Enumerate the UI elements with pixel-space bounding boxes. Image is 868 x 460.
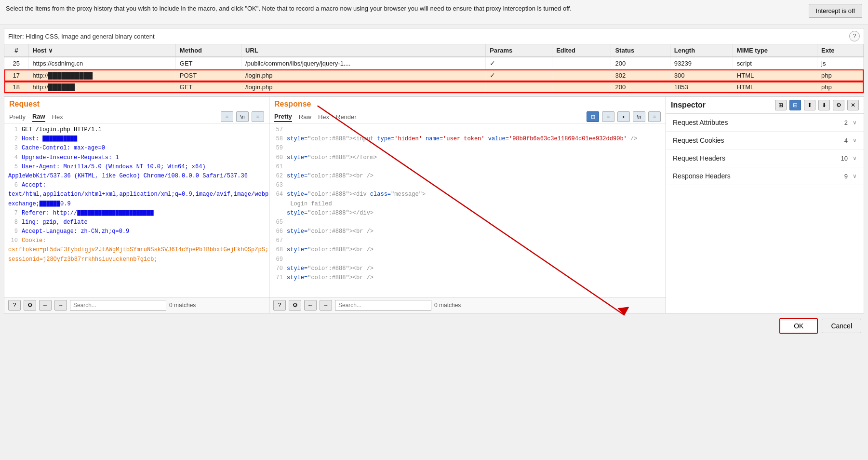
response-line: 61 bbox=[273, 162, 662, 172]
response-tab-icons: ⊞ ≡ ▪ \n ≡ bbox=[587, 111, 661, 122]
intercept-button[interactable]: Intercept is off bbox=[809, 4, 862, 18]
col-host[interactable]: Host ∨ bbox=[28, 44, 175, 57]
col-edited[interactable]: Edited bbox=[552, 44, 611, 57]
resp-forward-btn[interactable]: → bbox=[320, 300, 332, 311]
response-line: 65 bbox=[273, 218, 662, 227]
resp-icon-wrap[interactable]: ≡ bbox=[648, 111, 661, 122]
table-cell: ✓ bbox=[486, 57, 552, 69]
col-hash[interactable]: # bbox=[4, 44, 28, 57]
resp-settings-btn[interactable]: ⚙ bbox=[289, 300, 301, 311]
resp-help-btn[interactable]: ? bbox=[273, 300, 286, 311]
table-cell: 300 bbox=[670, 69, 733, 81]
inspector-align-up-btn[interactable]: ⬆ bbox=[804, 100, 815, 110]
col-params[interactable]: Params bbox=[486, 44, 552, 57]
inspector-content: Request Attributes2∨Request Cookies4∨Req… bbox=[666, 114, 864, 313]
table-cell: 1853 bbox=[670, 81, 733, 93]
request-line: 9Accept-Language: zh-CN,zh;q=0.9 bbox=[8, 227, 265, 236]
table-cell: https://csdnimg.cn bbox=[28, 57, 175, 69]
req-back-btn[interactable]: ← bbox=[39, 300, 52, 311]
req-icon-indent[interactable]: \n bbox=[236, 111, 249, 122]
inspector-header: Inspector ⊞ ⊟ ⬆ ⬇ ⚙ ✕ bbox=[666, 97, 864, 114]
inspector-section-label: Request Cookies bbox=[673, 136, 844, 144]
table-cell: 93239 bbox=[670, 57, 733, 69]
instruction-text: Select the items from the proxy history … bbox=[6, 4, 572, 14]
table-row[interactable]: 25https://csdnimg.cnGET/public/common/li… bbox=[4, 57, 864, 69]
resp-icon-list[interactable]: ≡ bbox=[602, 111, 614, 122]
req-forward-btn[interactable]: → bbox=[54, 300, 67, 311]
request-content: 1GET /login.php HTTP/1.12Host: █████████… bbox=[4, 123, 269, 297]
table-row[interactable]: 17http://██████████POST/login.php✓302300… bbox=[4, 69, 864, 81]
table-cell bbox=[552, 69, 611, 81]
table-cell: 200 bbox=[611, 81, 670, 93]
resp-icon-indent[interactable]: \n bbox=[633, 111, 645, 122]
top-bar: Select the items from the proxy history … bbox=[0, 0, 868, 25]
req-help-btn[interactable]: ? bbox=[8, 300, 21, 311]
inspector-section-label: Request Attributes bbox=[673, 119, 844, 126]
tab-request-raw[interactable]: Raw bbox=[32, 112, 45, 122]
inspector-section-row[interactable]: Request Attributes2∨ bbox=[666, 114, 864, 132]
col-mime[interactable]: MIME type bbox=[733, 44, 817, 57]
req-settings-btn[interactable]: ⚙ bbox=[24, 300, 36, 311]
inspector-align-down-btn[interactable]: ⬇ bbox=[818, 100, 830, 110]
response-line: style="color:#888"></div> bbox=[273, 209, 662, 218]
req-search-input[interactable] bbox=[70, 300, 166, 311]
response-line: 58style="color:#888"><input type='hidden… bbox=[273, 135, 662, 144]
chevron-down-icon: ∨ bbox=[853, 173, 857, 179]
resp-icon-grid[interactable]: ⊞ bbox=[587, 111, 599, 122]
help-icon: ? bbox=[853, 33, 856, 40]
response-line: 64style="color:#888"><div class="message… bbox=[273, 190, 662, 199]
response-content: 5758style="color:#888"><input type='hidd… bbox=[269, 123, 666, 297]
col-ext[interactable]: Exte bbox=[817, 44, 864, 57]
inspector-settings-btn[interactable]: ⚙ bbox=[833, 100, 844, 110]
resp-back-btn[interactable]: ← bbox=[304, 300, 317, 311]
table-cell: ✓ bbox=[486, 69, 552, 81]
tab-response-pretty[interactable]: Pretty bbox=[274, 112, 292, 122]
filter-help-button[interactable]: ? bbox=[849, 31, 860, 41]
tab-request-pretty[interactable]: Pretty bbox=[9, 112, 26, 122]
inspector-section-label: Response Headers bbox=[673, 172, 844, 180]
inspector-section-row[interactable]: Request Cookies4∨ bbox=[666, 132, 864, 149]
col-status[interactable]: Status bbox=[611, 44, 670, 57]
table-row[interactable]: 18http://██████GET/login.php2001853HTMLp… bbox=[4, 81, 864, 93]
inspector-section-count: 4 bbox=[844, 137, 848, 144]
filter-text: Filter: Hiding CSS, image and general bi… bbox=[8, 33, 849, 40]
table-cell bbox=[552, 57, 611, 69]
col-method[interactable]: Method bbox=[175, 44, 241, 57]
tab-response-hex[interactable]: Hex bbox=[318, 112, 329, 122]
inspector-close-btn[interactable]: ✕ bbox=[847, 100, 859, 110]
tab-response-raw[interactable]: Raw bbox=[299, 112, 311, 122]
inspector-section-count: 10 bbox=[841, 155, 848, 162]
inspector-grid-btn[interactable]: ⊞ bbox=[775, 100, 787, 110]
inspector-section-count: 2 bbox=[844, 119, 848, 126]
table-cell: /public/common/libs/jquery/jquery-1.... bbox=[241, 57, 486, 69]
resp-search-input[interactable] bbox=[335, 300, 431, 311]
req-icon-list[interactable]: ≡ bbox=[221, 111, 233, 122]
table-cell: POST bbox=[175, 69, 241, 81]
table-cell bbox=[552, 81, 611, 93]
ok-button[interactable]: OK bbox=[779, 318, 818, 334]
col-url[interactable]: URL bbox=[241, 44, 486, 57]
cancel-button[interactable]: Cancel bbox=[822, 319, 861, 333]
resp-icon-compact[interactable]: ▪ bbox=[617, 111, 630, 122]
chevron-down-icon: ∨ bbox=[853, 155, 857, 162]
inspector-list-btn[interactable]: ⊟ bbox=[789, 100, 801, 110]
response-line: 62style="color:#888"><br /> bbox=[273, 172, 662, 181]
inspector-section-row[interactable]: Response Headers9∨ bbox=[666, 167, 864, 185]
request-line: 6Accept: text/html,application/xhtml+xml… bbox=[8, 181, 265, 209]
col-length[interactable]: Length bbox=[670, 44, 733, 57]
table-cell: php bbox=[817, 81, 864, 93]
req-icon-wrap[interactable]: ≡ bbox=[252, 111, 264, 122]
inspector-section-row[interactable]: Request Headers10∨ bbox=[666, 149, 864, 167]
inspector-panel: Inspector ⊞ ⊟ ⬆ ⬇ ⚙ ✕ Request Attributes… bbox=[666, 97, 864, 313]
chevron-down-icon: ∨ bbox=[853, 119, 857, 126]
table-scroll-area[interactable]: # Host ∨ Method URL Params Edited Status… bbox=[4, 44, 864, 93]
chevron-down-icon: ∨ bbox=[853, 137, 857, 144]
response-toolbar: ? ⚙ ← → 0 matches bbox=[269, 297, 666, 313]
table-cell: 302 bbox=[611, 69, 670, 81]
response-line: 70style="color:#888"><br /> bbox=[273, 264, 662, 273]
response-line: 57 bbox=[273, 125, 662, 135]
tab-request-hex[interactable]: Hex bbox=[52, 112, 63, 122]
tab-response-render[interactable]: Render bbox=[336, 112, 357, 122]
response-line: 60style="color:#888"></form> bbox=[273, 153, 662, 162]
proxy-history-table-container: Filter: Hiding CSS, image and general bi… bbox=[4, 28, 864, 94]
